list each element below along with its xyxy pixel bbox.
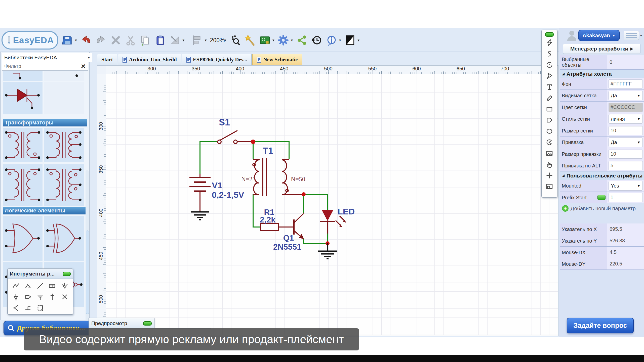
library-item-transformer[interactable]: [3, 164, 43, 206]
attr-select[interactable]: Yes▼: [609, 181, 643, 191]
info-icon[interactable]: [326, 34, 337, 46]
bus-tool-icon[interactable]: [22, 280, 34, 291]
t1-primary-turns[interactable]: N=25: [241, 176, 256, 183]
ellipse-tool-icon[interactable]: [545, 126, 554, 136]
library-section-transformers[interactable]: Трансформаторы: [3, 119, 87, 126]
netflag-arrow-tool-icon[interactable]: [545, 71, 554, 81]
library-item[interactable]: [44, 71, 84, 81]
theme-dropdown-caret[interactable]: ▾: [358, 38, 360, 42]
filter-clear-icon[interactable]: ✕: [81, 63, 88, 70]
port-tool-icon[interactable]: [22, 291, 34, 302]
preview-panel-titlebar[interactable]: Предпросмотр: [89, 318, 154, 329]
palette-titlebar[interactable]: Инструменты р...: [8, 269, 73, 279]
group-select-tool-icon[interactable]: [34, 302, 46, 313]
arc-spiral-tool-icon[interactable]: [545, 60, 554, 70]
rail-flag-tool-icon[interactable]: [34, 291, 46, 302]
footprint-search-icon[interactable]: [229, 34, 241, 46]
ref-led[interactable]: LED: [338, 207, 355, 216]
copy-icon[interactable]: [140, 34, 151, 46]
zoom-dropdown-caret[interactable]: ▾: [224, 38, 226, 42]
move-tool-icon[interactable]: [545, 170, 554, 180]
history-icon[interactable]: [311, 34, 323, 46]
cut-icon[interactable]: [125, 34, 136, 46]
undo-icon[interactable]: [80, 34, 92, 46]
rotate-dropdown-caret[interactable]: ▾: [183, 38, 185, 42]
netflag-down-tool-icon[interactable]: [59, 280, 71, 291]
info-dropdown-caret[interactable]: ▾: [339, 38, 341, 42]
paste-icon[interactable]: [154, 34, 166, 46]
ref-r1[interactable]: R1: [264, 208, 274, 217]
pie-arc-tool-icon[interactable]: [545, 137, 554, 147]
library-item-xor-gate[interactable]: [44, 216, 84, 261]
schematic-canvas[interactable]: 300350400450500550600650700 300350400450…: [97, 65, 558, 336]
settings-dropdown-caret[interactable]: ▾: [291, 38, 293, 42]
library-item[interactable]: [3, 71, 43, 81]
ref-q1[interactable]: Q1: [283, 233, 294, 242]
menu-caret-icon[interactable]: ▾: [640, 33, 642, 38]
attr-select[interactable]: линия▼: [609, 114, 643, 124]
hand-tool-icon[interactable]: [545, 159, 554, 169]
settings-gear-icon[interactable]: [277, 34, 289, 46]
ref-s1[interactable]: S1: [219, 117, 230, 127]
save-icon[interactable]: [62, 34, 73, 46]
remove-parameter-icon[interactable]: −: [597, 195, 606, 200]
preview-minimize-button[interactable]: [143, 321, 152, 326]
wire-tool-icon[interactable]: [545, 37, 554, 48]
align-dropdown-caret[interactable]: ▾: [205, 38, 207, 42]
tab-arduino-uno-sheild[interactable]: Arduino_Uno_Sheild: [118, 54, 181, 65]
wire-tool-icon[interactable]: [10, 280, 22, 291]
q1-value[interactable]: 2N5551: [273, 242, 301, 251]
section-header[interactable]: ◢Пользовательские атрибуты: [560, 171, 644, 180]
library-section-logic[interactable]: Логические элементы: [3, 207, 87, 214]
theme-toggle-icon[interactable]: [344, 34, 356, 46]
ask-question-button[interactable]: Задайте вопрос: [567, 318, 634, 333]
palette-minimize-button[interactable]: [63, 272, 71, 276]
netlabel-tool-icon[interactable]: [46, 280, 58, 291]
line-tool-icon[interactable]: [34, 280, 46, 291]
attr-input[interactable]: 10: [609, 150, 643, 159]
design-manager-button[interactable]: Менеджер разработки ▶: [563, 44, 640, 54]
noconnect-tool-icon[interactable]: [59, 291, 71, 302]
polygon-tool-icon[interactable]: [545, 115, 554, 125]
t1-secondary-turns[interactable]: N=50: [291, 176, 305, 183]
ground-bar-tool-icon[interactable]: [22, 302, 34, 313]
rect-tool-icon[interactable]: [545, 104, 554, 114]
attr-select[interactable]: Да▼: [609, 91, 643, 100]
library-source-select[interactable]: Библиотеки EasyEDA ▾: [2, 53, 92, 62]
library-scrollbar[interactable]: [86, 170, 89, 329]
attr-select[interactable]: Да▼: [609, 138, 643, 147]
image-tool-icon[interactable]: [545, 148, 554, 158]
hamburger-menu-button[interactable]: [624, 31, 639, 40]
pcb-icon[interactable]: [259, 34, 271, 46]
canvas-grid[interactable]: S1 T1 N=25 N=50 V1 0,2-1,5V R1 2,2k Q1 2…: [106, 74, 558, 335]
library-item-transformer[interactable]: [3, 128, 43, 162]
user-menu-button[interactable]: Akakasyan ▼: [578, 30, 620, 41]
align-icon[interactable]: [191, 34, 203, 46]
library-scrollbar-thumb[interactable]: [86, 231, 89, 314]
plus-flag-tool-icon[interactable]: [46, 291, 58, 302]
ref-t1[interactable]: T1: [263, 146, 273, 156]
pcb-dropdown-caret[interactable]: ▾: [272, 38, 274, 42]
library-item-transformer[interactable]: [44, 164, 84, 206]
tab-start[interactable]: Start: [97, 54, 117, 65]
ref-v1[interactable]: V1: [212, 180, 222, 190]
section-header[interactable]: ◢Атрибуты холста: [560, 70, 644, 78]
attr-input[interactable]: #FFFFFF: [609, 79, 643, 88]
pencil-tool-icon[interactable]: [545, 93, 554, 103]
attr-input[interactable]: 5: [609, 161, 643, 170]
attr-input[interactable]: #CCCCCC: [609, 103, 643, 112]
tab-new-schematic[interactable]: New Schematic: [252, 54, 302, 65]
library-item-or-gate[interactable]: [3, 216, 43, 261]
library-item-empty[interactable]: [44, 82, 84, 114]
redo-icon[interactable]: [95, 34, 107, 46]
rotate-icon[interactable]: [169, 34, 181, 46]
r1-value[interactable]: 2,2k: [260, 215, 275, 224]
branch-tool-icon[interactable]: [10, 302, 22, 313]
zoom-level-select[interactable]: 200% ▾: [210, 37, 226, 44]
add-parameter-button[interactable]: +Добавить новый параметр: [560, 203, 644, 213]
ground-arrow-tool-icon[interactable]: [10, 291, 22, 302]
library-item-transformer[interactable]: [44, 128, 84, 162]
bezier-tool-icon[interactable]: [545, 49, 554, 59]
toolbar-minimize-button[interactable]: [545, 32, 554, 37]
board-tool-icon[interactable]: [545, 181, 554, 192]
